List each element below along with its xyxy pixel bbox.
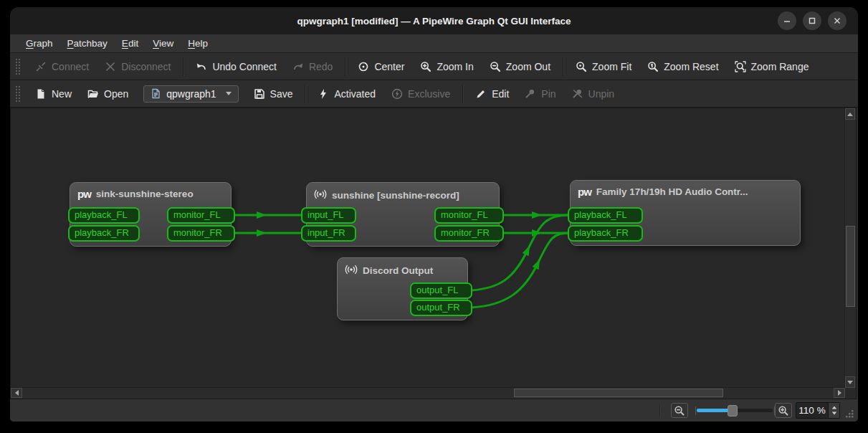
port-playback_FR[interactable]: playback_FR — [568, 225, 643, 242]
connection-wire-6[interactable] — [472, 233, 569, 308]
center-icon — [358, 61, 369, 72]
exclusive-button[interactable]: Exclusive — [383, 84, 458, 104]
scroll-left-button[interactable] — [11, 388, 22, 398]
new-file-icon — [35, 88, 47, 100]
zoom-out-button[interactable]: Zoom Out — [482, 57, 558, 77]
minimize-button[interactable] — [778, 11, 796, 30]
graph-canvas[interactable]: pw sink-sunshine-stereo playback_FL play… — [10, 108, 857, 399]
edit-button[interactable]: Edit — [467, 84, 517, 104]
port-monitor_FR[interactable]: monitor_FR — [167, 225, 235, 242]
close-button[interactable] — [828, 11, 846, 30]
arrow-up-icon — [847, 113, 853, 116]
wire-arrow — [523, 244, 533, 256]
save-icon — [254, 88, 265, 100]
zoom-slider-handle[interactable] — [728, 405, 738, 417]
window-title: qpwgraph1 [modified] — A PipeWire Graph … — [297, 16, 571, 27]
maximize-icon — [806, 15, 818, 27]
wire-arrow — [257, 211, 267, 219]
connect-button[interactable]: Connect — [27, 57, 97, 77]
vertical-scroll-handle[interactable] — [846, 226, 855, 307]
zoom-out-icon — [674, 405, 685, 417]
port-input_FL[interactable]: input_FL — [301, 207, 356, 224]
statusbar-separator — [659, 405, 660, 417]
new-button[interactable]: New — [27, 84, 80, 104]
port-output_FR[interactable]: output_FR — [410, 300, 472, 316]
disconnect-icon — [105, 61, 116, 72]
zoom-value[interactable]: 110 % — [796, 403, 828, 418]
toolbar-grip[interactable] — [15, 85, 20, 103]
port-output_FL[interactable]: output_FL — [410, 282, 472, 299]
save-button[interactable]: Save — [246, 84, 301, 104]
zoom-slider-fill — [697, 409, 731, 412]
toolbar-separator — [345, 57, 345, 76]
wire-arrow — [257, 229, 267, 237]
window-controls — [778, 11, 846, 30]
port-monitor_FL[interactable]: monitor_FL — [434, 207, 504, 224]
open-button[interactable]: Open — [80, 84, 136, 104]
horizontal-scroll-handle[interactable] — [514, 389, 723, 397]
zoom-in-icon — [420, 61, 431, 72]
menubar: Graph Patchbay Edit View Help — [10, 34, 858, 53]
disconnect-button[interactable]: Disconnect — [97, 57, 178, 77]
maximize-button[interactable] — [803, 11, 821, 30]
spin-down-icon[interactable] — [831, 412, 836, 415]
zoom-reset-button[interactable]: Zoom Reset — [639, 57, 726, 77]
wire-arrow — [532, 229, 542, 237]
patchbay-combo-value: qpwgraph1 — [166, 88, 216, 100]
center-button[interactable]: Center — [350, 57, 412, 77]
zoom-range-icon — [735, 61, 746, 72]
open-folder-icon — [87, 88, 99, 100]
statusbar-zoom-in-button[interactable] — [775, 403, 792, 418]
scroll-right-button[interactable] — [834, 388, 845, 398]
port-input_FR[interactable]: input_FR — [301, 225, 356, 242]
scroll-down-button[interactable] — [845, 376, 855, 388]
port-playback_FR[interactable]: playback_FR — [68, 225, 140, 242]
pin-button[interactable]: Pin — [517, 84, 563, 104]
horizontal-scrollbar[interactable] — [11, 387, 845, 399]
port-monitor_FR[interactable]: monitor_FR — [434, 225, 504, 242]
chevron-down-icon — [226, 92, 232, 95]
menu-view[interactable]: View — [146, 36, 181, 51]
vertical-scrollbar[interactable] — [844, 108, 856, 388]
port-monitor_FL[interactable]: monitor_FL — [167, 207, 235, 224]
menu-patchbay[interactable]: Patchbay — [60, 36, 115, 51]
port-playback_FL[interactable]: playback_FL — [68, 207, 140, 224]
zoom-out-icon — [490, 61, 501, 72]
toolbar-main: Connect Disconnect Undo Connect Redo Cen… — [10, 53, 858, 80]
resize-grip[interactable] — [844, 409, 854, 419]
statusbar-zoom-out-button[interactable] — [671, 403, 688, 418]
activated-bolt-icon — [318, 88, 329, 100]
patchbay-file-icon — [151, 88, 161, 99]
spin-up-icon[interactable] — [831, 406, 836, 409]
menu-edit[interactable]: Edit — [115, 36, 146, 51]
zoom-spinbox[interactable]: 110 % — [796, 402, 840, 419]
connection-wires — [11, 108, 856, 399]
zoom-range-button[interactable]: Zoom Range — [727, 57, 817, 77]
connect-icon — [35, 61, 47, 72]
close-icon — [831, 15, 843, 27]
scroll-up-button[interactable] — [845, 108, 855, 120]
wire-arrow — [533, 257, 543, 270]
menu-help[interactable]: Help — [181, 36, 215, 51]
toolbar-separator — [462, 85, 463, 103]
wire-arrow — [532, 211, 542, 219]
redo-button[interactable]: Redo — [285, 57, 340, 77]
patchbay-combo[interactable]: qpwgraph1 — [143, 85, 238, 103]
menu-graph[interactable]: Graph — [19, 36, 60, 51]
edit-pencil-icon — [475, 88, 487, 100]
zoom-fit-icon — [576, 61, 587, 72]
pin-icon — [525, 88, 536, 100]
exclusive-bolt-icon — [391, 88, 403, 100]
port-playback_FL[interactable]: playback_FL — [568, 207, 643, 224]
titlebar: qpwgraph1 [modified] — A PipeWire Graph … — [10, 7, 858, 34]
arrow-down-icon — [847, 381, 853, 384]
arrow-left-icon — [15, 390, 19, 396]
toolbar-grip[interactable] — [15, 58, 20, 75]
undo-connect-button[interactable]: Undo Connect — [188, 57, 285, 77]
statusbar: 110 % — [10, 399, 858, 422]
zoom-fit-button[interactable]: Zoom Fit — [568, 57, 639, 77]
activated-button[interactable]: Activated — [310, 84, 383, 104]
zoom-in-button[interactable]: Zoom In — [412, 57, 481, 77]
unpin-button[interactable]: Unpin — [564, 84, 623, 104]
toolbar-separator — [305, 85, 305, 103]
